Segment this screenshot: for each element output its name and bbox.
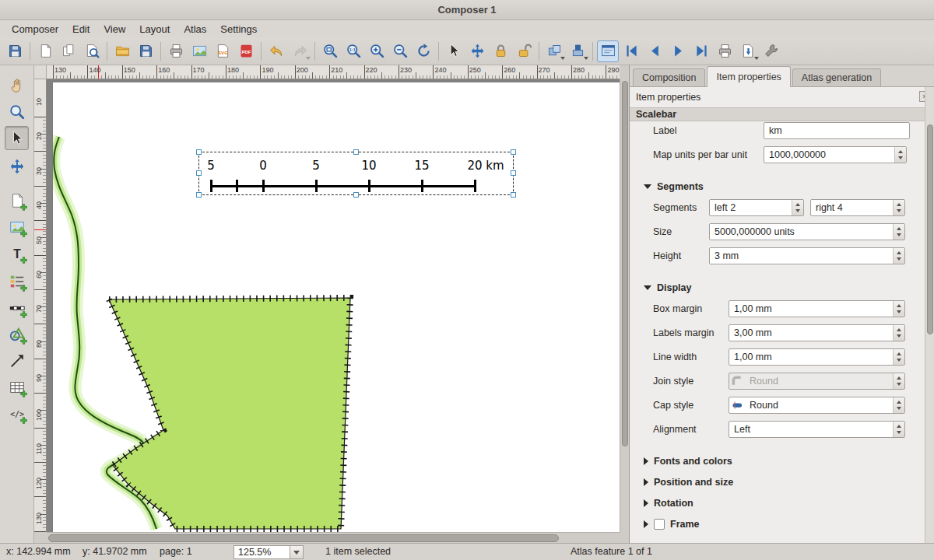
height-spinbox[interactable]: 3 mm — [709, 247, 905, 264]
atlas-settings-button[interactable] — [760, 40, 782, 62]
spinner-arrows[interactable] — [893, 200, 904, 215]
spin-down-icon[interactable] — [894, 357, 904, 365]
spin-up-icon[interactable] — [894, 200, 904, 208]
export-pdf-button[interactable] — [235, 40, 257, 62]
combo-arrows[interactable] — [893, 373, 904, 389]
spinner-arrows[interactable] — [893, 349, 904, 365]
spin-down-icon[interactable] — [894, 208, 904, 215]
scalebar-item[interactable]: 505101520 km — [198, 152, 514, 195]
add-image-button[interactable] — [5, 215, 29, 239]
menu-atlas[interactable]: Atlas — [177, 22, 213, 37]
panel-scrollbar[interactable] — [925, 87, 934, 543]
add-scalebar-button[interactable] — [5, 296, 29, 320]
spin-down-icon[interactable] — [894, 256, 904, 264]
save-button[interactable] — [4, 40, 26, 62]
move-item-content-button[interactable] — [466, 40, 488, 62]
zoom-out-button[interactable] — [389, 40, 411, 62]
spin-up-icon[interactable] — [894, 301, 904, 309]
spin-up-icon[interactable] — [894, 373, 904, 381]
spin-up-icon[interactable] — [894, 422, 904, 429]
spin-down-icon[interactable] — [894, 405, 904, 413]
composition-canvas[interactable]: 505101520 km — [47, 79, 620, 532]
spin-up-icon[interactable] — [792, 200, 803, 208]
atlas-previous-feature-button[interactable] — [644, 40, 665, 62]
map-units-spinbox[interactable]: 1000,000000 — [764, 146, 907, 163]
print-atlas-button[interactable] — [714, 40, 736, 62]
tab-atlas-generation[interactable]: Atlas generation — [792, 68, 881, 86]
zoom-full-button[interactable] — [319, 40, 341, 62]
box-margin-spinbox[interactable]: 1,00 mm — [729, 300, 905, 317]
composer-page[interactable]: 505101520 km — [53, 82, 620, 532]
lock-items-button[interactable] — [490, 40, 511, 62]
alignment-combobox[interactable]: Left — [729, 421, 905, 438]
export-svg-button[interactable] — [212, 40, 234, 62]
redo-button[interactable] — [289, 40, 311, 62]
spin-down-icon[interactable] — [894, 333, 904, 341]
group-position-and-size[interactable]: Position and size — [644, 475, 733, 489]
canvas-v-scrollbar[interactable] — [620, 79, 629, 532]
spinner-arrows[interactable] — [894, 147, 906, 163]
spinner-arrows[interactable] — [893, 301, 904, 317]
spinner-arrows[interactable] — [792, 200, 803, 215]
move-item-content-tool-button[interactable] — [5, 154, 29, 178]
zoom-in-button[interactable] — [366, 40, 388, 62]
tab-composition[interactable]: Composition — [633, 68, 705, 86]
zoom-level-value[interactable]: 125.5% — [234, 545, 290, 559]
menu-settings[interactable]: Settings — [213, 22, 264, 37]
labels-margin-spinbox[interactable]: 3,00 mm — [729, 324, 905, 341]
menu-edit[interactable]: Edit — [65, 22, 97, 37]
join-style-combobox[interactable]: Round — [729, 373, 905, 390]
save-as-template-button[interactable] — [135, 40, 156, 62]
combo-arrows[interactable] — [893, 422, 904, 437]
menu-view[interactable]: View — [97, 22, 132, 37]
add-arrow-button[interactable] — [5, 348, 29, 373]
atlas-first-feature-button[interactable] — [620, 40, 642, 62]
add-legend-button[interactable] — [5, 269, 29, 293]
spinner-arrows[interactable] — [893, 248, 904, 264]
export-image-button[interactable] — [188, 40, 210, 62]
tab-item-properties[interactable]: Item properties — [707, 66, 790, 87]
duplicate-composer-button[interactable] — [58, 40, 79, 62]
spin-down-icon[interactable] — [895, 155, 906, 163]
atlas-next-feature-button[interactable] — [667, 40, 689, 62]
export-atlas-button[interactable] — [737, 40, 759, 62]
group-fonts-and-colors[interactable]: Fonts and colors — [644, 454, 732, 468]
spin-down-icon[interactable] — [894, 429, 904, 437]
line-width-spinbox[interactable]: 1,00 mm — [729, 348, 905, 366]
raise-items-button[interactable] — [567, 40, 588, 62]
atlas-last-feature-button[interactable] — [690, 40, 712, 62]
spin-up-icon[interactable] — [894, 325, 904, 333]
h-scroll-thumb[interactable] — [48, 534, 559, 542]
add-attribute-table-button[interactable] — [5, 375, 29, 399]
group-segments[interactable]: Segments — [644, 180, 704, 194]
v-scroll-thumb[interactable] — [622, 81, 628, 446]
spin-up-icon[interactable] — [894, 248, 904, 256]
spin-up-icon[interactable] — [894, 224, 904, 232]
group-rotation[interactable]: Rotation — [644, 496, 693, 510]
spinner-arrows[interactable] — [893, 325, 904, 341]
unlock-items-button[interactable] — [513, 40, 535, 62]
label-input[interactable]: km — [764, 122, 910, 139]
pan-tool-button[interactable] — [5, 73, 29, 97]
panel-scroll-thumb[interactable] — [927, 124, 933, 334]
zoom-level-combobox[interactable]: 125.5% — [234, 545, 304, 559]
add-shape-button[interactable] — [5, 322, 29, 346]
zoom-actual-button[interactable] — [342, 40, 364, 62]
frame-checkbox[interactable] — [654, 519, 665, 530]
spin-down-icon[interactable] — [894, 381, 904, 389]
spinner-arrows[interactable] — [893, 224, 904, 240]
segments-right-spinbox[interactable]: right 4 — [810, 199, 905, 216]
zoom-dropdown-button[interactable] — [290, 545, 304, 559]
refresh-view-button[interactable] — [413, 40, 434, 62]
group-frame[interactable]: Frame — [644, 517, 700, 531]
select-move-item-button[interactable] — [443, 40, 465, 62]
zoom-tool-button[interactable] — [5, 100, 29, 124]
segments-left-spinbox[interactable]: left 2 — [709, 199, 804, 216]
size-spinbox[interactable]: 5000,000000 units — [709, 223, 905, 240]
group-items-button[interactable] — [543, 40, 565, 62]
print-button[interactable] — [165, 40, 187, 62]
select-move-item-tool-button[interactable] — [5, 126, 29, 150]
spin-up-icon[interactable] — [895, 147, 906, 155]
spin-down-icon[interactable] — [894, 309, 904, 317]
add-html-frame-button[interactable] — [5, 401, 29, 425]
